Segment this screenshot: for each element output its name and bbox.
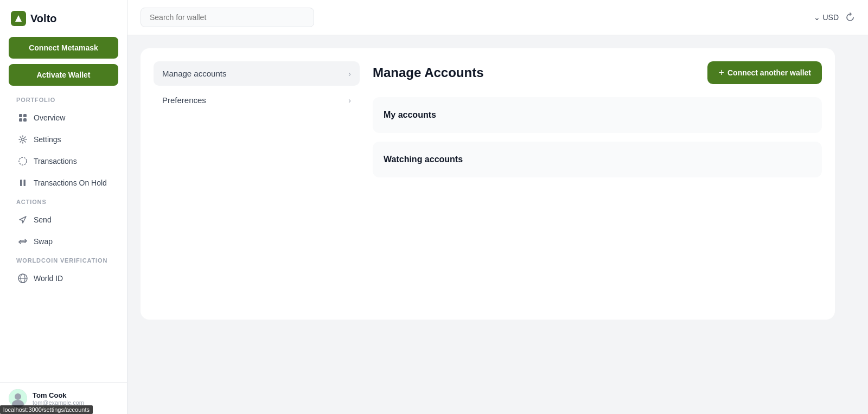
sidebar-item-world-id[interactable]: World ID — [11, 268, 116, 289]
chevron-down-icon: ⌄ — [814, 13, 820, 22]
chevron-right-icon-2: › — [348, 96, 351, 105]
sidebar-item-transactions-on-hold[interactable]: Transactions On Hold — [11, 173, 116, 193]
swap-label: Swap — [34, 237, 53, 246]
logo-area: Volto — [0, 11, 127, 37]
overview-label: Overview — [34, 113, 65, 122]
actions-section-label: Actions — [5, 199, 122, 209]
my-accounts-label: My accounts — [384, 110, 436, 119]
settings-sidebar-nav: Manage accounts › Preferences › — [154, 61, 360, 307]
currency-selector[interactable]: ⌄ USD — [814, 13, 839, 22]
portfolio-section-label: Portfolio — [5, 97, 122, 107]
svg-point-6 — [22, 138, 24, 141]
manage-accounts-label: Manage accounts — [162, 69, 226, 78]
connect-another-wallet-button[interactable]: + Connect another wallet — [707, 61, 822, 84]
page-title: Manage Accounts — [373, 65, 483, 80]
pause-icon — [17, 177, 28, 188]
transactions-label: Transactions — [34, 157, 77, 165]
currency-label: USD — [822, 13, 839, 22]
refresh-button[interactable] — [845, 12, 855, 22]
connect-another-wallet-label: Connect another wallet — [727, 68, 811, 77]
volto-logo-icon — [11, 11, 26, 26]
accounts-section: My accounts Watching accounts — [373, 97, 822, 177]
settings-nav-preferences[interactable]: Preferences › — [154, 88, 360, 112]
user-name: Tom Cook — [33, 391, 84, 399]
content-area: Manage accounts › Preferences › Manage A… — [127, 35, 868, 414]
svg-rect-2 — [19, 114, 22, 117]
main-content: ⌄ USD Manage accounts › Preferences — [127, 0, 868, 414]
send-label: Send — [34, 215, 52, 224]
watching-accounts-label: Watching accounts — [384, 155, 463, 164]
svg-point-14 — [15, 393, 21, 400]
sidebar-item-transactions[interactable]: Transactions — [11, 151, 116, 171]
preferences-label: Preferences — [162, 95, 206, 105]
settings-nav-manage-accounts[interactable]: Manage accounts › — [154, 61, 360, 86]
actions-nav: Send Swap — [5, 209, 122, 252]
settings-card: Manage accounts › Preferences › Manage A… — [141, 48, 835, 320]
worldcoin-section-label: Worldcoin Verification — [5, 257, 122, 268]
status-bar: localhost:3000/settings/accounts — [0, 405, 93, 414]
swap-icon — [17, 236, 28, 247]
svg-rect-8 — [20, 180, 22, 186]
transactions-on-hold-label: Transactions On Hold — [34, 179, 107, 187]
app-name: Volto — [30, 12, 57, 25]
world-id-label: World ID — [34, 274, 63, 283]
svg-rect-4 — [19, 118, 22, 122]
watching-accounts-card: Watching accounts — [373, 142, 822, 177]
send-icon — [17, 214, 28, 225]
sidebar-item-settings[interactable]: Settings — [11, 129, 116, 150]
search-input[interactable] — [141, 8, 314, 27]
svg-rect-9 — [24, 180, 26, 186]
sidebar-item-swap[interactable]: Swap — [11, 231, 116, 252]
settings-header: Manage Accounts + Connect another wallet — [373, 61, 822, 84]
portfolio-nav: Overview Settings Transactions — [5, 107, 122, 193]
world-id-icon — [17, 273, 28, 284]
topbar: ⌄ USD — [127, 0, 868, 35]
settings-label: Settings — [34, 135, 61, 144]
sidebar-item-overview[interactable]: Overview — [11, 107, 116, 128]
user-email: tom@example.com — [33, 399, 84, 406]
worldcoin-nav: World ID — [5, 268, 122, 289]
settings-main-content: Manage Accounts + Connect another wallet… — [373, 61, 822, 307]
chevron-right-icon: › — [348, 69, 351, 78]
refresh-icon — [845, 12, 855, 22]
transactions-icon — [17, 156, 28, 167]
svg-rect-3 — [23, 114, 27, 117]
avatar — [9, 389, 27, 407]
activate-wallet-button[interactable]: Activate Wallet — [9, 64, 118, 86]
svg-rect-5 — [23, 118, 27, 122]
overview-icon — [17, 112, 28, 123]
svg-point-7 — [19, 157, 27, 165]
topbar-right: ⌄ USD — [814, 12, 855, 22]
plus-icon: + — [718, 68, 724, 78]
my-accounts-card: My accounts — [373, 97, 822, 133]
connect-metamask-button[interactable]: Connect Metamask — [9, 37, 118, 59]
sidebar-item-send[interactable]: Send — [11, 209, 116, 230]
sidebar: Volto Connect Metamask Activate Wallet P… — [0, 0, 127, 414]
settings-icon — [17, 134, 28, 145]
user-info: Tom Cook tom@example.com — [33, 391, 84, 406]
